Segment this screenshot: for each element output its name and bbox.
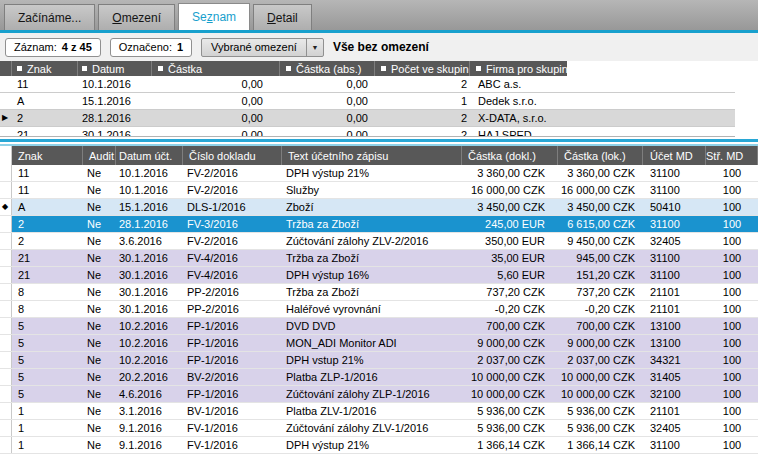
group-row[interactable]: 2130.1.20160,000,002HAJ SPED bbox=[0, 127, 735, 137]
entry-cell-datum: 9.1.2016 bbox=[116, 437, 183, 453]
entry-row[interactable]: 1Ne9.1.2016FV-1/2016Zúčtování zálohy ZLV… bbox=[0, 420, 758, 437]
entry-row[interactable]: 11Ne10.1.2016FV-2/2016DPH výstup 21%3 36… bbox=[0, 165, 758, 182]
entry-cell-znak: 5 bbox=[12, 352, 83, 368]
group-column-header-znak[interactable]: Znak bbox=[12, 61, 78, 76]
group-column-header-pocet-ve-skupine[interactable]: Počet ve skupině bbox=[375, 61, 470, 76]
entry-cell-znak: 5 bbox=[12, 369, 83, 385]
tab-omezeni[interactable]: Omezení bbox=[98, 4, 175, 30]
table-splitter[interactable] bbox=[0, 137, 758, 146]
group-column-header-label: Částka (abs.) bbox=[296, 63, 361, 75]
entry-cell-audit: Ne bbox=[83, 335, 116, 351]
entry-cell-castka-dokl: -0,20 CZK bbox=[462, 301, 558, 317]
column-marker-icon bbox=[158, 66, 163, 71]
restriction-dropdown-button[interactable]: ▼ bbox=[306, 39, 323, 56]
entry-cell-cislo: FV-2/2016 bbox=[183, 182, 282, 198]
entry-row[interactable]: ◆ANe15.1.2016DLS-1/2016Zboží3 450,00 CZK… bbox=[0, 199, 758, 216]
entry-row[interactable]: 8Ne30.1.2016PP-2/2016Haléřové vyrovnání-… bbox=[0, 301, 758, 318]
entry-cell-cislo: FV-2/2016 bbox=[183, 233, 282, 249]
entry-cell-str-md: 100 bbox=[706, 284, 758, 300]
group-cell-castka-abs: 0,00 bbox=[280, 127, 375, 137]
entry-cell-ucet-md: 13100 bbox=[643, 335, 706, 351]
entry-row[interactable]: 5Ne20.2.2016BV-2/2016Platba ZLP-1/201610… bbox=[0, 369, 758, 386]
detail-column-header-datum-uct[interactable]: Datum účt. bbox=[116, 146, 183, 165]
entry-cell-castka-lok: 10 000,00 CZK bbox=[558, 369, 643, 385]
tab-seznam[interactable]: Seznam bbox=[178, 3, 250, 30]
entry-cell-castka-dokl: 3 450,00 CZK bbox=[462, 199, 558, 215]
entry-row[interactable]: 5Ne4.6.2016FP-1/2016Zúčtování zálohy ZLP… bbox=[0, 386, 758, 403]
group-row[interactable]: 1110.1.20160,000,002ABC a.s. bbox=[0, 76, 735, 93]
group-column-header-datum[interactable]: Datum bbox=[78, 61, 152, 76]
entry-cell-text: Zúčtování zálohy ZLV-2/2016 bbox=[282, 233, 462, 249]
entry-row[interactable]: 21Ne30.1.2016FV-4/2016DPH výstup 16%5,60… bbox=[0, 267, 758, 284]
entry-row[interactable]: 8Ne30.1.2016PP-2/2016Tržba za Zboží737,2… bbox=[0, 284, 758, 301]
entry-cell-castka-lok: 151,20 CZK bbox=[558, 267, 643, 283]
entry-cell-cislo: DLS-1/2016 bbox=[183, 199, 282, 215]
entry-cell-cislo: FP-1/2016 bbox=[183, 318, 282, 334]
entry-cell-datum: 3.6.2016 bbox=[116, 233, 183, 249]
marked-counter-label: Označeno: bbox=[119, 41, 172, 53]
entry-cell-cislo: FV-1/2016 bbox=[183, 420, 282, 436]
detail-column-header-str-md[interactable]: Stř. MD bbox=[706, 146, 758, 165]
entry-cell-str-md: 100 bbox=[706, 250, 758, 266]
entry-row[interactable]: 5Ne10.2.2016FP-1/2016DPH vstup 21%2 037,… bbox=[0, 352, 758, 369]
entry-cell-znak: 8 bbox=[12, 284, 83, 300]
entry-cell-str-md: 100 bbox=[706, 233, 758, 249]
entry-row[interactable]: 11Ne10.1.2016FV-2/2016Služby16 000,00 CZ… bbox=[0, 182, 758, 199]
detail-column-header-castka-dokl[interactable]: Částka (dokl.) bbox=[462, 146, 558, 165]
entry-row[interactable]: 1Ne9.1.2016FV-1/2016DPH výstup 21%1 366,… bbox=[0, 437, 758, 454]
entry-cell-datum: 30.1.2016 bbox=[116, 250, 183, 266]
entry-row[interactable]: ▶2Ne28.1.2016FV-3/2016Tržba za Zboží245,… bbox=[0, 216, 758, 233]
detail-column-header-ucet-md[interactable]: Účet MD bbox=[643, 146, 706, 165]
group-column-header-label: Firma pro skupinu bbox=[486, 63, 567, 75]
group-cell-firma: ABC a.s. bbox=[470, 76, 735, 92]
group-cell-pocet: 2 bbox=[375, 127, 470, 137]
entry-cell-datum: 30.1.2016 bbox=[116, 301, 183, 317]
group-cell-castka: 0,00 bbox=[152, 76, 280, 92]
detail-section: ZnakAuditDatum účt.Číslo dokladuText úče… bbox=[0, 146, 758, 454]
group-row[interactable]: A15.1.20160,000,001Dedek s.r.o. bbox=[0, 93, 735, 110]
group-summary-table: ZnakDatumČástkaČástka (abs.)Počet ve sku… bbox=[0, 61, 735, 137]
entry-cell-castka-lok: 9 000,00 CZK bbox=[558, 335, 643, 351]
group-column-header-castka[interactable]: Částka bbox=[152, 61, 280, 76]
group-cell-firma: Dedek s.r.o. bbox=[470, 93, 735, 109]
entry-row[interactable]: 5Ne10.2.2016FP-1/2016DVD DVD700,00 CZK70… bbox=[0, 318, 758, 335]
entry-cell-audit: Ne bbox=[83, 267, 116, 283]
entry-row[interactable]: 21Ne30.1.2016FV-4/2016Tržba za Zboží35,0… bbox=[0, 250, 758, 267]
detail-column-header-castka-lok[interactable]: Částka (lok.) bbox=[558, 146, 643, 165]
group-row[interactable]: ▶228.1.20160,000,002X-DATA, s.r.o. bbox=[0, 110, 735, 127]
entry-cell-castka-dokl: 350,00 EUR bbox=[462, 233, 558, 249]
restriction-split-button: Vybrané omezení ▼ bbox=[201, 38, 324, 57]
detail-column-header-znak[interactable]: Znak bbox=[12, 146, 83, 165]
entry-cell-text: Zúčtování zálohy ZLV-1/2016 bbox=[282, 420, 462, 436]
entry-cell-str-md: 100 bbox=[706, 165, 758, 181]
row-indicator-cell bbox=[0, 352, 12, 368]
entry-cell-str-md: 100 bbox=[706, 420, 758, 436]
detail-column-header-cislo-dokladu[interactable]: Číslo dokladu bbox=[183, 146, 282, 165]
entry-cell-ucet-md: 21101 bbox=[643, 403, 706, 419]
entry-row[interactable]: 5Ne10.2.2016FP-1/2016MON_ADI Monitor ADI… bbox=[0, 335, 758, 352]
entry-cell-castka-lok: 700,00 CZK bbox=[558, 318, 643, 334]
row-indicator-cell bbox=[0, 182, 12, 198]
column-marker-icon bbox=[17, 66, 22, 71]
entry-cell-cislo: BV-2/2016 bbox=[183, 369, 282, 385]
chevron-down-icon: ▼ bbox=[311, 44, 318, 51]
tab-detail[interactable]: Detail bbox=[253, 4, 312, 30]
entry-row[interactable]: 1Ne3.1.2016BV-1/2016Platba ZLV-1/20165 9… bbox=[0, 403, 758, 420]
entry-cell-ucet-md: 21101 bbox=[643, 284, 706, 300]
detail-column-header-audit[interactable]: Audit bbox=[83, 146, 116, 165]
entry-cell-audit: Ne bbox=[83, 165, 116, 181]
detail-column-header-text-uctniho-zapisu[interactable]: Text účetního zápisu bbox=[282, 146, 462, 165]
row-indicator-cell bbox=[0, 250, 12, 266]
restriction-button[interactable]: Vybrané omezení bbox=[202, 39, 306, 56]
row-indicator-cell: ◆ bbox=[0, 199, 12, 215]
entry-cell-text: DPH vstup 21% bbox=[282, 352, 462, 368]
entry-cell-castka-dokl: 1 366,14 CZK bbox=[462, 437, 558, 453]
detail-column-header-label: Číslo dokladu bbox=[189, 150, 256, 162]
entry-cell-castka-dokl: 35,00 EUR bbox=[462, 250, 558, 266]
group-column-header-firma-pro-skupinu[interactable]: Firma pro skupinu bbox=[470, 61, 567, 76]
group-column-header-castka-abs[interactable]: Částka (abs.) bbox=[280, 61, 375, 76]
entry-cell-audit: Ne bbox=[83, 386, 116, 402]
entry-row[interactable]: 2Ne3.6.2016FV-2/2016Zúčtování zálohy ZLV… bbox=[0, 233, 758, 250]
tab-zaciname[interactable]: Začínáme... bbox=[4, 4, 95, 30]
group-cell-datum: 28.1.2016 bbox=[78, 110, 152, 126]
